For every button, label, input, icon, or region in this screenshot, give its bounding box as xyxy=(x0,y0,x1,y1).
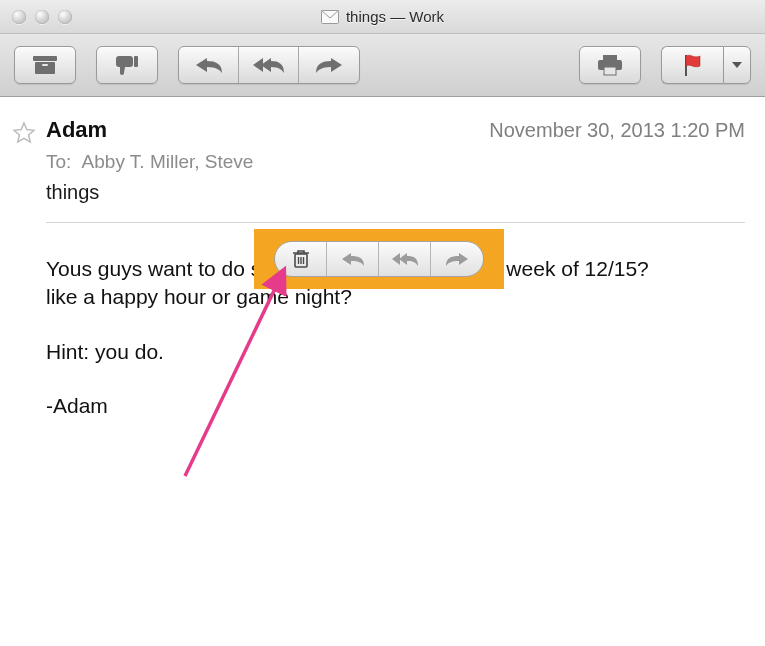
annotation-highlight xyxy=(254,229,504,289)
header-divider xyxy=(46,222,745,223)
hover-forward-button[interactable] xyxy=(431,242,483,276)
forward-button[interactable] xyxy=(299,47,359,83)
svg-rect-7 xyxy=(604,67,616,75)
flag-icon xyxy=(682,53,704,77)
window-title: things — Work xyxy=(346,8,444,25)
junk-button[interactable] xyxy=(96,46,158,84)
minimize-window-button[interactable] xyxy=(35,10,49,24)
body-paragraph: Hint: you do. xyxy=(46,338,686,366)
svg-rect-1 xyxy=(33,56,57,61)
archive-icon xyxy=(32,55,58,75)
message-header: Adam November 30, 2013 1:20 PM To: Abby … xyxy=(46,117,745,204)
zoom-window-button[interactable] xyxy=(58,10,72,24)
svg-rect-0 xyxy=(321,10,338,23)
message-date: November 30, 2013 1:20 PM xyxy=(489,119,745,142)
hover-action-toolbar xyxy=(274,241,484,277)
reply-all-icon xyxy=(391,252,419,267)
forward-icon xyxy=(314,56,344,74)
subject-line: things xyxy=(46,181,745,204)
close-window-button[interactable] xyxy=(12,10,26,24)
reply-icon xyxy=(341,252,365,267)
favorite-star-button[interactable] xyxy=(12,121,36,149)
to-label: To: xyxy=(46,151,71,172)
recipients[interactable]: Abby T. Miller, Steve xyxy=(82,151,254,172)
main-toolbar xyxy=(0,34,765,97)
svg-rect-3 xyxy=(42,64,48,66)
sender-name[interactable]: Adam xyxy=(46,117,107,143)
hover-reply-all-button[interactable] xyxy=(379,242,431,276)
traffic-lights xyxy=(0,10,72,24)
chevron-down-icon xyxy=(732,62,742,69)
reply-all-button[interactable] xyxy=(239,47,299,83)
forward-icon xyxy=(445,252,469,267)
flag-button-group xyxy=(661,46,751,84)
reply-button[interactable] xyxy=(179,47,239,83)
archive-button[interactable] xyxy=(14,46,76,84)
trash-icon xyxy=(292,249,310,269)
hover-delete-button[interactable] xyxy=(275,242,327,276)
body-signature: -Adam xyxy=(46,392,686,420)
flag-button[interactable] xyxy=(661,46,723,84)
thumbs-down-icon xyxy=(114,54,140,76)
print-button[interactable] xyxy=(579,46,641,84)
hover-reply-button[interactable] xyxy=(327,242,379,276)
svg-rect-5 xyxy=(603,55,617,60)
reply-icon xyxy=(194,56,224,74)
to-line: To: Abby T. Miller, Steve xyxy=(46,151,745,173)
svg-rect-4 xyxy=(134,56,138,67)
window-titlebar: things — Work xyxy=(0,0,765,34)
svg-rect-2 xyxy=(35,62,55,74)
reply-all-icon xyxy=(252,56,286,74)
reply-segment xyxy=(178,46,360,84)
flag-dropdown-button[interactable] xyxy=(723,46,751,84)
envelope-icon xyxy=(321,10,339,24)
printer-icon xyxy=(596,54,624,76)
